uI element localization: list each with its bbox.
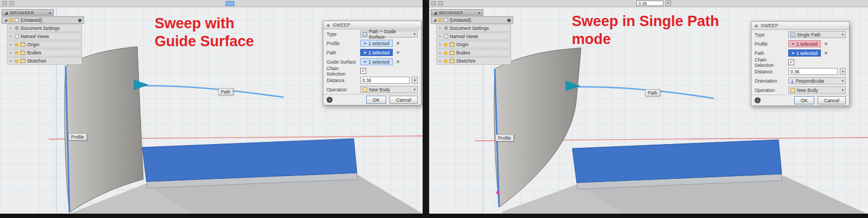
visibility-bulb-icon[interactable] [9, 18, 13, 22]
expand-triangle-icon[interactable]: ▷ [9, 26, 13, 30]
cancel-button[interactable]: Cancel [818, 96, 846, 104]
new-body-icon [790, 88, 795, 92]
chevron-down-icon: ▾ [841, 88, 844, 92]
expand-triangle-icon[interactable]: ▷ [438, 51, 442, 55]
operation-dropdown[interactable]: New Body ▾ [788, 86, 846, 94]
ok-button[interactable]: OK [366, 96, 386, 104]
annotation-line1: Sweep in Single Path [572, 13, 719, 30]
cursor-icon: ➤ [792, 51, 795, 55]
expand-triangle-icon[interactable]: ▷ [438, 59, 442, 63]
path-label: Path [755, 51, 786, 56]
cancel-button[interactable]: Cancel [390, 96, 418, 104]
browser-panel: ◢ BROWSER ◂ ◢ (Unsaved) ◉ ▷ ⚙ Document S… [2, 9, 88, 65]
record-icon[interactable]: ◉ [507, 17, 511, 23]
info-icon[interactable]: i [327, 97, 333, 103]
expand-triangle-icon[interactable]: ◢ [433, 18, 437, 22]
toolbar-grid-icon[interactable] [2, 1, 7, 5]
cursor-icon: ➤ [363, 51, 367, 55]
guide-surface-selection-value: 1 selected [368, 59, 390, 65]
toolbar-active-tool-icon[interactable] [226, 1, 234, 6]
collapse-icon[interactable]: ◂ [49, 10, 51, 15]
browser-item-bodies[interactable]: ▷ Bodies [436, 49, 511, 57]
dialog-header[interactable]: ◆ SWEEP [751, 22, 849, 30]
new-body-icon [362, 88, 367, 92]
distance-spinner[interactable]: ▾ [412, 77, 418, 84]
browser-item-sketches[interactable]: ▷ Sketches [436, 57, 511, 65]
record-icon[interactable]: ◉ [78, 17, 82, 23]
visibility-bulb-icon[interactable] [15, 59, 18, 63]
toolbar-grid-icon[interactable] [431, 1, 436, 5]
browser-item-origin[interactable]: ▷ Origin [7, 41, 82, 48]
chevron-down-icon: ▾ [413, 88, 416, 92]
collapse-icon[interactable]: ◂ [478, 10, 480, 15]
distance-input[interactable]: 0.36 [788, 68, 838, 75]
operation-dropdown[interactable]: New Body ▾ [360, 86, 418, 93]
visibility-bulb-icon[interactable] [15, 43, 18, 47]
profile-label: Profile [327, 41, 358, 46]
chain-selection-checkbox[interactable]: ✓ [788, 59, 794, 65]
expand-triangle-icon[interactable]: ▷ [9, 34, 13, 39]
path-selection-chip[interactable]: ➤ 1 selected [360, 49, 393, 56]
browser-item-label: Bodies [27, 50, 41, 55]
toolbar-value-input[interactable]: 0.36 [636, 1, 663, 6]
annotation-line1: Sweep with [155, 15, 254, 33]
browser-item-origin[interactable]: ▷ Origin [436, 41, 511, 48]
expand-triangle-icon[interactable]: ▷ [438, 34, 442, 39]
chain-selection-label: Chain Selection [327, 66, 358, 77]
profile-selection-chip[interactable]: ➤ 1 selected [360, 40, 393, 47]
type-dropdown[interactable]: Single Path ▾ [788, 31, 846, 38]
visibility-bulb-icon[interactable] [444, 59, 448, 63]
path-label: Path [327, 50, 358, 55]
visibility-bulb-icon[interactable] [15, 51, 18, 55]
orientation-dropdown[interactable]: ⊥ Perpendicular ▾ [788, 77, 846, 84]
expand-triangle-icon[interactable]: ▷ [438, 26, 442, 30]
info-icon[interactable]: i [755, 97, 761, 103]
browser-item-root[interactable]: ◢ (Unsaved) ◉ [431, 16, 513, 24]
browser-item-named-views[interactable]: ▷ Named Views [7, 33, 82, 40]
path-tag: Path [645, 89, 660, 96]
expand-triangle-icon[interactable]: ▷ [9, 51, 13, 55]
guide-surface-label: Guide Surface [327, 59, 358, 65]
toolbar-value: 0.36 [639, 1, 647, 6]
chain-selection-label: Chain Selection [755, 57, 786, 68]
expand-triangle-icon[interactable]: ▷ [438, 42, 442, 47]
distance-spinner[interactable]: ▾ [840, 68, 846, 75]
type-label: Type [327, 32, 358, 37]
browser-header[interactable]: ◢ BROWSER ◂ [2, 9, 54, 16]
visibility-bulb-icon[interactable] [444, 51, 448, 55]
profile-selection-value: 1 selected [368, 41, 390, 46]
chain-selection-checkbox[interactable]: ✓ [360, 68, 366, 74]
browser-item-root[interactable]: ◢ (Unsaved) ◉ [2, 16, 84, 24]
visibility-bulb-icon[interactable] [438, 18, 442, 22]
path-selection-chip[interactable]: ➤ 1 selected [788, 49, 821, 57]
browser-item-named-views[interactable]: ▷ Named Views [436, 33, 511, 40]
root-document-label: (Unsaved) [450, 17, 471, 23]
browser-item-sketches[interactable]: ▷ Sketches [7, 57, 82, 65]
browser-item-document-settings[interactable]: ▷ ⚙ Document Settings [7, 24, 82, 32]
clear-profile-icon[interactable]: ✕ [824, 41, 828, 47]
clear-path-icon[interactable]: ✕ [396, 50, 400, 55]
panel-divider [423, 0, 429, 218]
expand-triangle-icon[interactable]: ▷ [9, 42, 13, 47]
browser-item-label: Named Views [21, 34, 49, 39]
type-dropdown[interactable]: Path + Guide Surface ▾ [360, 30, 418, 38]
ok-button[interactable]: OK [794, 96, 814, 104]
clear-profile-icon[interactable]: ✕ [396, 41, 400, 46]
clear-guide-icon[interactable]: ✕ [396, 59, 400, 65]
guide-surface-selection-chip[interactable]: ➤ 1 selected [360, 58, 393, 65]
profile-selection-chip[interactable]: ➤ 1 selected [788, 40, 821, 47]
visibility-bulb-icon[interactable] [444, 43, 448, 47]
distance-input[interactable]: 0.36 [360, 77, 410, 84]
toolbar-layout-icon[interactable] [438, 1, 443, 5]
sweep-type-icon [362, 32, 367, 36]
browser-header[interactable]: ◢ BROWSER ◂ [431, 9, 483, 16]
browser-item-bodies[interactable]: ▷ Bodies [7, 49, 82, 57]
expand-triangle-icon[interactable]: ▷ [9, 59, 13, 63]
browser-item-label: Bodies [456, 50, 470, 55]
clear-path-icon[interactable]: ✕ [824, 51, 828, 56]
corner-triangle-icon: ◢ [433, 10, 437, 15]
browser-item-document-settings[interactable]: ▷ ⚙ Document Settings [436, 24, 511, 32]
toolbar-layout-icon[interactable] [9, 1, 14, 5]
toolbar-value-dropdown[interactable]: ▾ [666, 1, 671, 6]
expand-triangle-icon[interactable]: ◢ [4, 18, 8, 22]
